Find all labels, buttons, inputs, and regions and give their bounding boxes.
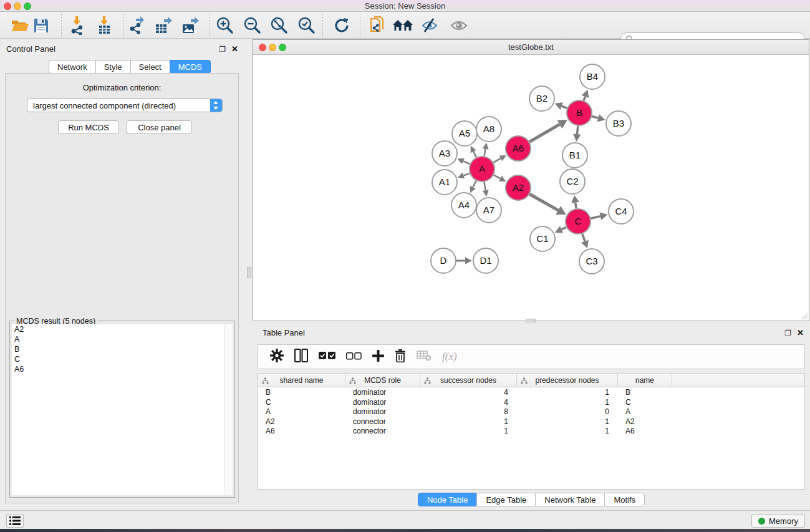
network-node-A4[interactable]: A4 — [451, 193, 476, 218]
table-row[interactable]: Bdominator41B — [258, 387, 804, 397]
result-item[interactable]: B — [12, 344, 233, 354]
network-node-A3[interactable]: A3 — [432, 141, 457, 166]
zoom-selected-icon[interactable] — [296, 14, 318, 37]
horizontal-splitter-handle[interactable] — [526, 319, 536, 322]
tab-node-table[interactable]: Node Table — [418, 493, 477, 506]
refresh-view-icon[interactable] — [330, 14, 353, 37]
edge-C-C3[interactable] — [582, 234, 585, 241]
column-header-MCDS-role[interactable]: MCDS role — [345, 374, 420, 387]
table-row[interactable]: A2connector11A2 — [258, 417, 804, 427]
edge-C-C2[interactable] — [576, 203, 576, 209]
tab-style[interactable]: Style — [95, 60, 130, 74]
edge-A-A4[interactable] — [473, 181, 476, 187]
edge-A2-C[interactable] — [529, 194, 558, 210]
clone-network-icon[interactable] — [366, 14, 388, 37]
zoom-in-icon[interactable] — [214, 14, 236, 37]
result-item[interactable]: A — [12, 334, 233, 344]
result-item[interactable]: A6 — [12, 364, 233, 374]
float-table-panel-icon[interactable]: ❐ — [784, 329, 791, 337]
delete-column-icon[interactable] — [395, 349, 406, 365]
network-node-A6[interactable]: A6 — [506, 136, 531, 161]
hide-details-icon[interactable] — [418, 14, 441, 37]
edge-B-B1[interactable] — [577, 126, 577, 134]
close-table-panel-icon[interactable]: ✕ — [797, 328, 804, 337]
import-network-icon[interactable] — [65, 14, 88, 37]
settings-gear-icon[interactable] — [270, 349, 284, 365]
close-panel-icon[interactable]: ✕ — [231, 44, 238, 54]
edge-A-A6[interactable] — [493, 158, 501, 163]
save-session-icon[interactable] — [30, 14, 52, 37]
edge-A6-B[interactable] — [529, 124, 559, 142]
tab-edge-table[interactable]: Edge Table — [476, 493, 535, 506]
network-node-C2[interactable]: C2 — [560, 169, 585, 194]
edge-C-C4[interactable] — [591, 216, 600, 219]
network-node-B[interactable]: B — [567, 100, 592, 125]
network-canvas[interactable]: AA1A2A3A4A5A6A7A8BB1B2B3B4CC1C2C3C4DD1 — [253, 56, 809, 321]
open-session-icon[interactable] — [9, 14, 31, 37]
network-node-D[interactable]: D — [431, 248, 456, 273]
network-node-A[interactable]: A — [470, 157, 494, 181]
close-panel-button[interactable]: Close panel — [127, 120, 192, 134]
add-column-icon[interactable] — [372, 350, 384, 364]
edge-B-B4[interactable] — [584, 97, 585, 100]
tab-select[interactable]: Select — [130, 60, 170, 74]
run-mcds-button[interactable]: Run MCDS — [58, 120, 119, 134]
import-table-icon[interactable] — [93, 14, 115, 37]
column-header-name[interactable]: name — [618, 374, 672, 387]
export-network-icon[interactable] — [126, 14, 148, 37]
result-item[interactable]: C — [12, 354, 233, 364]
network-node-A7[interactable]: A7 — [476, 198, 501, 223]
column-header-shared-name[interactable]: shared name — [258, 374, 345, 387]
memory-button[interactable]: Memory — [751, 514, 805, 528]
network-window-titlebar[interactable]: testGlobe.txt — [253, 40, 809, 55]
network-node-D1[interactable]: D1 — [473, 248, 498, 273]
tab-network[interactable]: Network — [49, 60, 95, 74]
edge-A-A5[interactable] — [473, 152, 476, 157]
edge-B-B3[interactable] — [592, 116, 598, 118]
export-image-icon[interactable] — [179, 14, 201, 37]
network-node-A2[interactable]: A2 — [506, 175, 531, 200]
network-node-B2[interactable]: B2 — [529, 86, 554, 111]
node-table[interactable]: shared nameMCDS rolesuccessor nodesprede… — [258, 373, 805, 490]
result-list-scrollbar[interactable] — [224, 324, 233, 495]
toggle-panels-icon[interactable] — [294, 349, 308, 365]
table-row[interactable]: Adominator80A — [258, 407, 804, 417]
criterion-dropdown[interactable]: largest connected component (directed) — [27, 99, 223, 112]
network-node-B4[interactable]: B4 — [580, 64, 605, 89]
table-row[interactable]: A6connector11A6 — [258, 426, 804, 436]
network-node-B3[interactable]: B3 — [606, 111, 631, 136]
home-icon[interactable] — [392, 14, 414, 37]
network-node-B1[interactable]: B1 — [562, 143, 587, 168]
edge-A-A2[interactable] — [494, 175, 501, 179]
resize-grip-icon[interactable] — [799, 311, 808, 320]
column-header-predecessor-nodes[interactable]: predecessor nodes — [517, 374, 618, 387]
network-node-C4[interactable]: C4 — [609, 199, 634, 224]
edge-A-A1[interactable] — [463, 173, 470, 175]
network-node-C[interactable]: C — [566, 209, 591, 234]
export-table-icon[interactable] — [152, 14, 175, 37]
table-row[interactable]: Cdominator41C — [258, 397, 804, 407]
edge-A-A7[interactable] — [484, 182, 485, 190]
edge-B-B2[interactable] — [562, 106, 567, 108]
result-item[interactable]: A2 — [12, 324, 233, 334]
zoom-fit-icon[interactable] — [268, 14, 291, 37]
network-node-A8[interactable]: A8 — [476, 117, 501, 142]
deselect-all-columns-icon[interactable] — [346, 351, 362, 362]
float-panel-icon[interactable]: ❐ — [219, 45, 226, 54]
task-history-button[interactable] — [6, 514, 24, 528]
edge-A-A8[interactable] — [485, 149, 486, 157]
network-node-A1[interactable]: A1 — [432, 170, 457, 195]
zoom-out-icon[interactable] — [241, 14, 264, 37]
network-node-A5[interactable]: A5 — [452, 121, 477, 146]
network-node-C1[interactable]: C1 — [530, 226, 555, 251]
preview-eye-icon[interactable] — [448, 14, 470, 37]
edge-A-A3[interactable] — [463, 161, 470, 164]
mcds-result-list[interactable]: A2ABCA6 — [12, 324, 233, 495]
tab-mcds[interactable]: MCDS — [170, 60, 211, 74]
column-header-successor-nodes[interactable]: successor nodes — [420, 374, 517, 387]
vertical-splitter-handle[interactable] — [247, 267, 251, 278]
network-node-C3[interactable]: C3 — [579, 249, 604, 274]
edge-C-C1[interactable] — [561, 227, 566, 230]
tab-motifs[interactable]: Motifs — [604, 493, 645, 506]
tab-network-table[interactable]: Network Table — [535, 493, 604, 506]
